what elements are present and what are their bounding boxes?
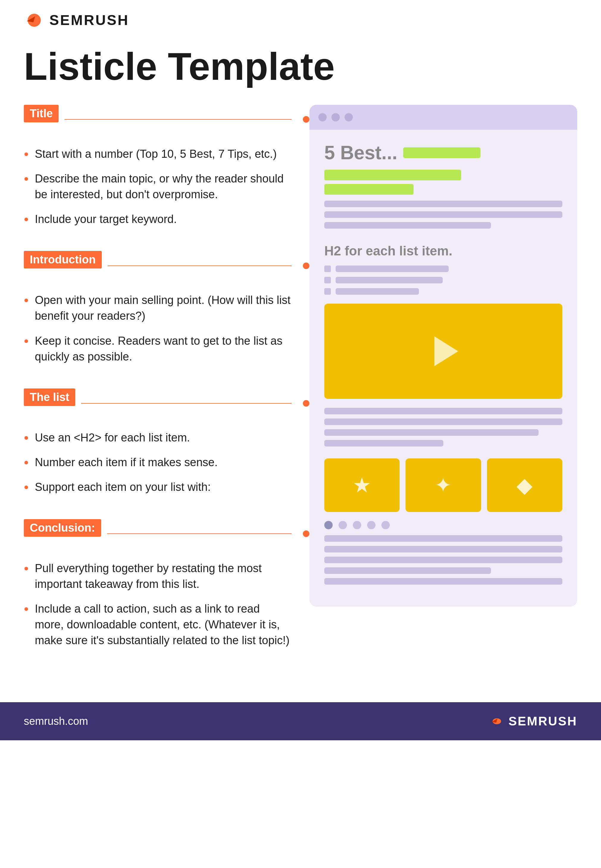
icon-block-2: ✦	[406, 458, 481, 512]
text-line-5	[324, 419, 562, 425]
browser-dot-1	[318, 113, 327, 121]
conclusion-bullet-1: Pull everything together by restating th…	[24, 561, 291, 592]
semrush-logo-icon	[24, 13, 45, 28]
mock-text-lines-2	[324, 408, 562, 446]
mock-h2: H2 for each list item.	[324, 243, 562, 258]
footer-url: semrush.com	[24, 715, 88, 727]
bottom-line-1	[324, 535, 562, 542]
bullet-square-2	[324, 277, 331, 283]
browser-dot-2	[331, 113, 340, 121]
play-icon	[435, 336, 458, 366]
footer: semrush.com SEMRUSH	[0, 702, 601, 740]
intro-bullet-2: Keep it concise. Readers want to get to …	[24, 333, 291, 365]
bullet-bar-2	[336, 277, 443, 283]
bottom-line-4	[324, 567, 491, 574]
diamond-icon: ◆	[517, 473, 532, 497]
video-block	[324, 304, 562, 399]
browser-mockup: 5 Best... H2 for each list item.	[310, 105, 577, 607]
pagination-dot-4	[367, 521, 375, 529]
mock-line-3	[324, 222, 491, 229]
text-line-6	[324, 429, 538, 436]
pagination-dot-5	[381, 521, 390, 529]
page-title: Listicle Template	[0, 34, 601, 105]
introduction-section: Introduction Open with your main selling…	[24, 251, 291, 365]
list-bullet-3: Support each item on your list with:	[24, 479, 291, 495]
pagination-dot-3	[353, 521, 361, 529]
title-bullets: Start with a number (Top 10, 5 Best, 7 T…	[24, 146, 291, 228]
title-section-label: Title	[24, 105, 59, 122]
conclusion-section-label: Conclusion:	[24, 519, 101, 537]
bullet-bar-3	[336, 288, 419, 295]
list-section-label: The list	[24, 388, 75, 406]
content-area: Title Start with a number (Top 10, 5 Bes…	[0, 105, 601, 672]
footer-logo-icon	[490, 716, 504, 727]
pagination-dots	[324, 521, 562, 529]
bottom-line-2	[324, 546, 562, 552]
mock-bullet-line-1	[324, 266, 562, 272]
browser-dot-3	[345, 113, 353, 121]
star-icon-2: ✦	[435, 473, 452, 497]
introduction-bullets: Open with your main selling point. (How …	[24, 292, 291, 365]
mock-title-text: 5 Best...	[324, 142, 397, 164]
text-line-4	[324, 408, 562, 414]
conclusion-bullet-2: Include a call to action, such as a link…	[24, 601, 291, 649]
mock-title-area: 5 Best...	[324, 142, 562, 164]
list-bullets: Use an <H2> for each list item. Number e…	[24, 430, 291, 495]
title-bullet-3: Include your target keyword.	[24, 211, 291, 227]
pagination-dot-1	[324, 521, 333, 529]
right-column: 5 Best... H2 for each list item.	[310, 105, 577, 672]
mock-bullet-lines	[324, 266, 562, 295]
bullet-bar-1	[336, 266, 448, 272]
list-bullet-1: Use an <H2> for each list item.	[24, 430, 291, 446]
browser-header	[310, 105, 577, 130]
bottom-line-3	[324, 557, 562, 563]
title-section: Title Start with a number (Top 10, 5 Bes…	[24, 105, 291, 228]
mock-bullet-line-3	[324, 288, 562, 295]
icon-block-3: ◆	[487, 458, 562, 512]
list-section: The list Use an <H2> for each list item.…	[24, 388, 291, 495]
intro-bullet-1: Open with your main selling point. (How …	[24, 292, 291, 324]
browser-content: 5 Best... H2 for each list item.	[310, 130, 577, 607]
bullet-square-1	[324, 266, 331, 272]
title-bullet-1: Start with a number (Top 10, 5 Best, 7 T…	[24, 146, 291, 162]
list-bullet-2: Number each item if it makes sense.	[24, 455, 291, 470]
mock-lines-area	[324, 201, 562, 229]
title-bullet-2: Describe the main topic, or why the read…	[24, 171, 291, 202]
green-bar-1	[324, 170, 461, 180]
mock-line-1	[324, 201, 562, 207]
conclusion-bullets: Pull everything together by restating th…	[24, 561, 291, 649]
introduction-section-label: Introduction	[24, 251, 102, 269]
star-icon-1: ★	[352, 473, 371, 497]
green-bar-title	[403, 147, 480, 158]
footer-brand-name: SEMRUSH	[508, 714, 577, 728]
bullet-square-3	[324, 288, 331, 295]
conclusion-section: Conclusion: Pull everything together by …	[24, 519, 291, 649]
green-bar-2	[324, 184, 413, 195]
bottom-line-5	[324, 578, 562, 585]
mock-bullet-line-2	[324, 277, 562, 283]
mock-line-2	[324, 211, 562, 218]
icon-block-1: ★	[324, 458, 400, 512]
text-line-7	[324, 440, 443, 446]
bottom-lines	[324, 535, 562, 585]
brand-name: SEMRUSH	[49, 12, 129, 28]
footer-logo: SEMRUSH	[490, 714, 577, 728]
icon-row: ★ ✦ ◆	[324, 458, 562, 512]
header: SEMRUSH	[0, 0, 601, 34]
pagination-dot-2	[339, 521, 347, 529]
left-column: Title Start with a number (Top 10, 5 Bes…	[24, 105, 291, 672]
